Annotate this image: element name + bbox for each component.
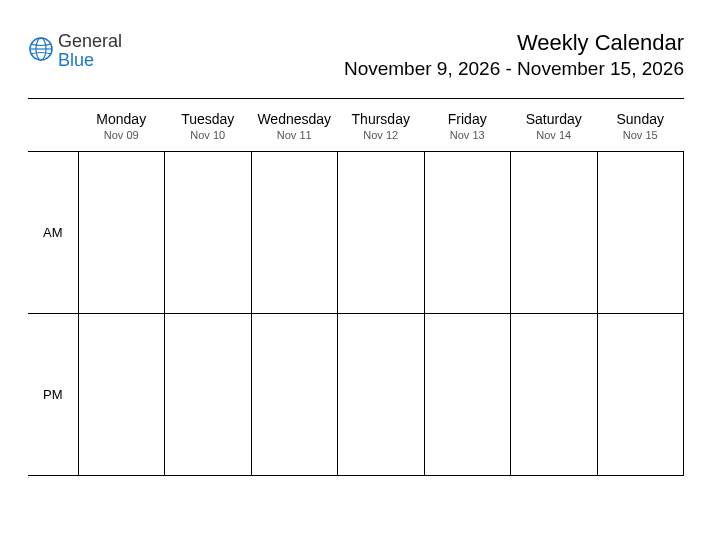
calendar-cell[interactable] xyxy=(511,152,598,314)
day-name: Thursday xyxy=(338,111,425,127)
calendar-cell[interactable] xyxy=(511,314,598,476)
globe-icon xyxy=(28,36,54,66)
title-block: Weekly Calendar November 9, 2026 - Novem… xyxy=(344,30,684,80)
date-range: November 9, 2026 - November 15, 2026 xyxy=(344,58,684,80)
calendar-cell[interactable] xyxy=(78,314,165,476)
day-header: Tuesday Nov 10 xyxy=(165,107,252,152)
calendar-cell[interactable] xyxy=(78,152,165,314)
day-name: Tuesday xyxy=(165,111,252,127)
brand-text: General Blue xyxy=(58,32,122,70)
day-date: Nov 13 xyxy=(424,129,511,141)
day-name: Friday xyxy=(424,111,511,127)
day-date: Nov 11 xyxy=(251,129,338,141)
brand-text-blue: Blue xyxy=(58,50,94,70)
calendar-cell[interactable] xyxy=(338,314,425,476)
day-date: Nov 10 xyxy=(165,129,252,141)
day-header-row: Monday Nov 09 Tuesday Nov 10 Wednesday N… xyxy=(28,107,684,152)
day-name: Saturday xyxy=(511,111,598,127)
brand-text-general: General xyxy=(58,31,122,51)
day-date: Nov 09 xyxy=(78,129,165,141)
header-divider xyxy=(28,98,684,99)
page-title: Weekly Calendar xyxy=(344,30,684,56)
day-header: Thursday Nov 12 xyxy=(338,107,425,152)
brand-logo: General Blue xyxy=(28,30,122,70)
period-label-am: AM xyxy=(28,152,78,314)
day-name: Sunday xyxy=(597,111,684,127)
calendar-cell[interactable] xyxy=(424,314,511,476)
calendar-cell[interactable] xyxy=(251,152,338,314)
day-header: Monday Nov 09 xyxy=(78,107,165,152)
calendar-cell[interactable] xyxy=(165,314,252,476)
calendar-cell[interactable] xyxy=(165,152,252,314)
calendar-cell[interactable] xyxy=(597,314,684,476)
calendar-cell[interactable] xyxy=(597,152,684,314)
day-name: Wednesday xyxy=(251,111,338,127)
weekly-calendar-table: Monday Nov 09 Tuesday Nov 10 Wednesday N… xyxy=(28,107,684,476)
day-date: Nov 14 xyxy=(511,129,598,141)
day-date: Nov 15 xyxy=(597,129,684,141)
day-header: Saturday Nov 14 xyxy=(511,107,598,152)
calendar-cell[interactable] xyxy=(424,152,511,314)
period-label-pm: PM xyxy=(28,314,78,476)
calendar-cell[interactable] xyxy=(251,314,338,476)
day-header: Wednesday Nov 11 xyxy=(251,107,338,152)
calendar-cell[interactable] xyxy=(338,152,425,314)
am-row: AM xyxy=(28,152,684,314)
day-header: Sunday Nov 15 xyxy=(597,107,684,152)
period-header-blank xyxy=(28,107,78,152)
header: General Blue Weekly Calendar November 9,… xyxy=(28,30,684,80)
day-header: Friday Nov 13 xyxy=(424,107,511,152)
day-name: Monday xyxy=(78,111,165,127)
pm-row: PM xyxy=(28,314,684,476)
day-date: Nov 12 xyxy=(338,129,425,141)
